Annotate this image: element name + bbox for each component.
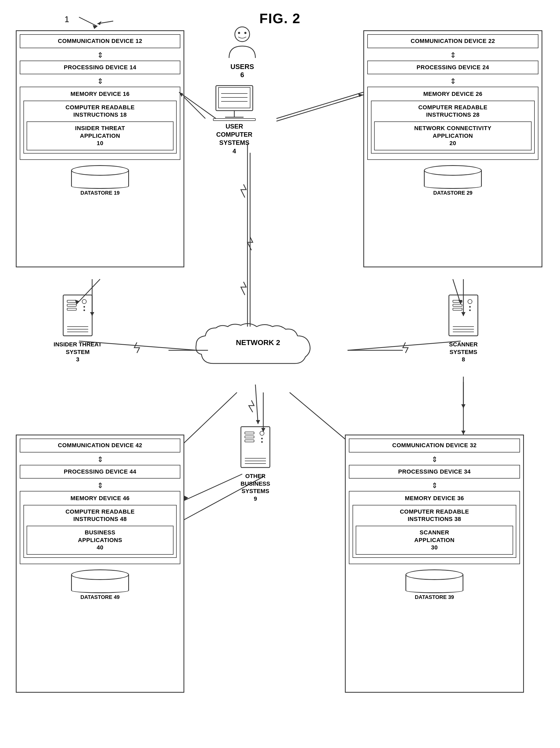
app-10: INSIDER THREAT APPLICATION 10	[27, 121, 173, 150]
user-computer-label: USER COMPUTER SYSTEMS 4	[205, 122, 263, 155]
cri-18: COMPUTER READABLE INSTRUCTIONS 18 INSIDE…	[23, 101, 177, 154]
svg-marker-72	[358, 93, 363, 97]
mem-device-16: MEMORY DEVICE 16 COMPUTER READABLE INSTR…	[20, 87, 180, 160]
svg-line-21	[79, 17, 97, 26]
arrow-3: ⇕	[367, 51, 538, 60]
scanner-server-icon	[441, 293, 486, 340]
svg-point-39	[83, 306, 85, 308]
server-tower-icon	[55, 293, 100, 340]
proc-device-34: PROCESSING DEVICE 34	[349, 465, 520, 479]
svg-marker-15	[461, 404, 465, 408]
cri-48: COMPUTER READABLE INSTRUCTIONS 48 BUSINE…	[23, 505, 177, 558]
network-cloud: NETWORK 2	[192, 321, 324, 375]
proc-device-44: PROCESSING DEVICE 44	[20, 465, 180, 479]
svg-rect-46	[453, 304, 462, 306]
datastore-49-label: DATASTORE 49	[20, 594, 180, 600]
datastore-39-container: DATASTORE 39	[349, 569, 520, 599]
svg-rect-30	[213, 118, 255, 121]
right-top-system-box: COMMUNICATION DEVICE 22 ⇕ PROCESSING DEV…	[363, 30, 542, 267]
insider-threat-system-label: INSIDER THREAT SYSTEM 3	[51, 341, 104, 364]
cloud-icon	[192, 321, 324, 374]
other-business-label: OTHER BUSINESS SYSTEMS 9	[226, 472, 284, 502]
svg-point-60	[261, 441, 263, 443]
arrow-5: ⇕	[20, 455, 180, 464]
other-business-server: OTHER BUSINESS SYSTEMS 9	[226, 424, 284, 502]
datastore-19-container: DATASTORE 19	[20, 165, 180, 194]
svg-rect-34	[63, 295, 92, 336]
comm-device-12: COMMUNICATION DEVICE 12	[20, 34, 180, 48]
arrow-1: ⇕	[20, 51, 180, 60]
mem-device-46: MEMORY DEVICE 46 COMPUTER READABLE INSTR…	[20, 491, 180, 564]
left-top-system-box: COMMUNICATION DEVICE 12 ⇕ PROCESSING DEV…	[16, 30, 184, 267]
svg-rect-54	[241, 427, 270, 467]
svg-rect-26	[216, 86, 253, 111]
svg-point-49	[469, 306, 471, 308]
svg-rect-37	[67, 308, 76, 310]
app-40: BUSINESS APPLICATIONS 40	[27, 526, 173, 555]
users-number: 6	[219, 71, 266, 79]
svg-point-25	[244, 32, 246, 34]
svg-point-50	[469, 309, 471, 311]
ref-arrow	[63, 12, 116, 33]
computer-icon	[211, 84, 258, 121]
svg-point-38	[82, 300, 87, 304]
svg-line-71	[276, 95, 363, 121]
arrow-2: ⇕	[20, 77, 180, 86]
datastore-39-label: DATASTORE 39	[349, 594, 520, 600]
app-30: SCANNER APPLICATION 30	[356, 526, 513, 555]
proc-device-14: PROCESSING DEVICE 14	[20, 61, 180, 74]
svg-point-58	[260, 431, 264, 435]
arrow-4: ⇕	[367, 77, 538, 86]
svg-rect-36	[67, 304, 76, 306]
comm-device-42: COMMUNICATION DEVICE 42	[20, 439, 180, 452]
svg-marker-74	[256, 420, 260, 424]
mem-device-36: MEMORY DEVICE 36 COMPUTER READABLE INSTR…	[349, 491, 520, 564]
svg-line-20	[276, 92, 363, 118]
datastore-49-container: DATASTORE 49	[20, 569, 180, 599]
scanner-systems-label: SCANNER SYSTEMS 8	[437, 341, 490, 364]
svg-marker-76	[184, 496, 188, 500]
comm-device-32: COMMUNICATION DEVICE 32	[349, 439, 520, 452]
users-icon: USERS 6	[219, 26, 266, 79]
network-label: NETWORK 2	[192, 338, 324, 347]
datastore-29-container: DATASTORE 29	[367, 165, 538, 194]
svg-rect-35	[67, 300, 76, 302]
mem-device-26: MEMORY DEVICE 26 COMPUTER READABLE INSTR…	[367, 87, 538, 160]
cri-38: COMPUTER READABLE INSTRUCTIONS 38 SCANNE…	[352, 505, 516, 558]
svg-point-40	[83, 309, 85, 311]
figure-title: FIG. 2	[259, 10, 300, 26]
users-label: USERS	[219, 63, 266, 71]
svg-rect-47	[453, 308, 462, 310]
svg-line-73	[255, 384, 258, 424]
svg-rect-45	[453, 300, 462, 302]
datastore-19-label: DATASTORE 19	[20, 190, 180, 196]
svg-rect-57	[245, 440, 254, 442]
user-computer-icon: USER COMPUTER SYSTEMS 4	[205, 84, 263, 155]
arrow-6: ⇕	[20, 481, 180, 490]
svg-rect-56	[245, 436, 254, 438]
svg-point-23	[235, 27, 250, 42]
proc-device-24: PROCESSING DEVICE 24	[367, 61, 538, 74]
person-icon	[226, 26, 258, 61]
svg-rect-44	[449, 295, 478, 336]
arrow-7: ⇕	[349, 455, 520, 464]
arrow-8: ⇕	[349, 481, 520, 490]
scanner-server: SCANNER SYSTEMS 8	[437, 293, 490, 364]
insider-threat-server: INSIDER THREAT SYSTEM 3	[51, 293, 104, 364]
right-bottom-system-box: COMMUNICATION DEVICE 32 ⇕ PROCESSING DEV…	[345, 435, 524, 693]
comm-device-22: COMMUNICATION DEVICE 22	[367, 34, 538, 48]
svg-marker-78	[461, 430, 465, 435]
svg-point-24	[238, 32, 240, 34]
svg-rect-55	[245, 432, 254, 434]
other-server-icon	[233, 424, 278, 471]
cri-28: COMPUTER READABLE INSTRUCTIONS 28 NETWOR…	[371, 101, 535, 154]
svg-point-48	[468, 300, 472, 304]
left-bottom-system-box: COMMUNICATION DEVICE 42 ⇕ PROCESSING DEV…	[16, 435, 184, 693]
app-20: NETWORK CONNECTIVITY APPLICATION 20	[374, 121, 532, 150]
datastore-29-label: DATASTORE 29	[367, 190, 538, 196]
svg-point-59	[261, 438, 263, 439]
